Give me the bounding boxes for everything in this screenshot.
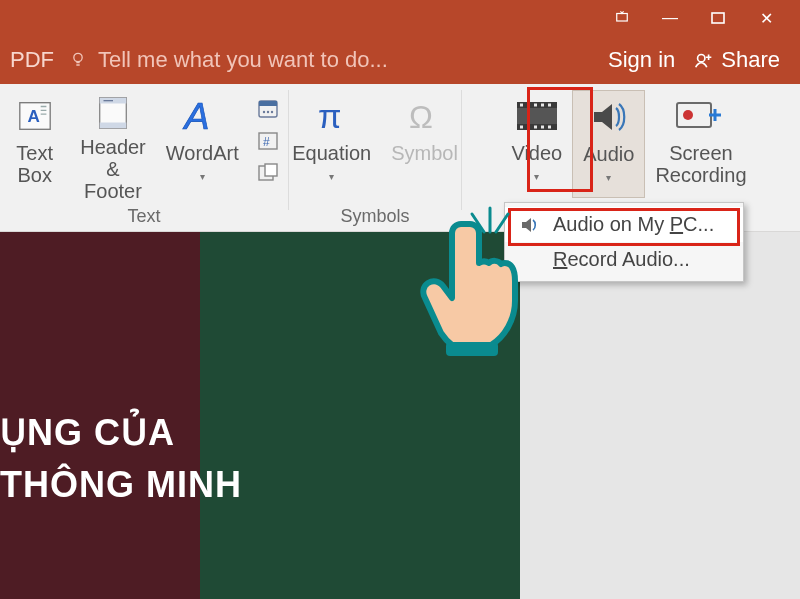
dropdown-arrow-icon: ▾: [329, 166, 334, 188]
svg-text:A: A: [27, 107, 39, 126]
header-footer-button[interactable]: Header & Footer: [70, 90, 157, 198]
menu-item-audio-on-my-pc[interactable]: Audio on My PC...: [505, 207, 743, 242]
screen-recording-button[interactable]: Screen Recording: [645, 90, 756, 198]
symbol-button: Ω Symbol: [381, 90, 468, 198]
svg-rect-29: [541, 104, 544, 107]
svg-rect-36: [677, 103, 711, 127]
svg-text:#: #: [263, 135, 270, 149]
svg-rect-27: [527, 104, 530, 107]
tell-me-placeholder: Tell me what you want to do...: [98, 47, 388, 73]
video-icon: [515, 94, 559, 138]
share-button[interactable]: Share: [693, 47, 780, 73]
equation-icon: π: [312, 94, 352, 138]
tab-pdf[interactable]: PDF: [0, 47, 68, 73]
svg-text:Ω: Ω: [409, 99, 433, 135]
group-label-text: Text: [0, 202, 288, 230]
lightbulb-icon: [68, 50, 88, 70]
svg-rect-1: [712, 13, 724, 23]
svg-rect-33: [534, 126, 537, 129]
svg-point-37: [683, 110, 693, 120]
ribbon-tabs-bar: PDF Tell me what you want to do... Sign …: [0, 36, 800, 84]
svg-rect-32: [527, 126, 530, 129]
screen-recording-icon: [675, 94, 727, 138]
wordart-label: WordArt: [166, 142, 239, 164]
screen-recording-label: Screen Recording: [655, 142, 746, 186]
slide-editor-area: ỤNG CỦA THÔNG MINH: [0, 232, 800, 599]
video-button[interactable]: Video ▾: [501, 90, 572, 198]
svg-rect-34: [541, 126, 544, 129]
svg-rect-26: [520, 104, 523, 107]
dropdown-arrow-icon: ▾: [606, 167, 611, 189]
svg-rect-35: [548, 126, 551, 129]
tell-me-search[interactable]: Tell me what you want to do...: [68, 47, 608, 73]
wordart-button[interactable]: A WordArt ▾: [156, 90, 248, 198]
minimize-button[interactable]: —: [646, 0, 694, 36]
annotation-hand-pointer-icon: [416, 214, 536, 364]
svg-rect-9: [100, 123, 127, 129]
svg-rect-28: [534, 104, 537, 107]
menu-item-label: Record Audio...: [553, 248, 690, 271]
video-label: Video: [511, 142, 562, 164]
svg-rect-41: [446, 342, 498, 356]
maximize-button[interactable]: [694, 0, 742, 36]
text-box-icon: A: [16, 94, 54, 138]
header-footer-icon: [94, 94, 132, 132]
slide-title-line1: ỤNG CỦA: [0, 407, 242, 459]
svg-rect-20: [265, 164, 277, 176]
svg-point-14: [263, 111, 265, 113]
header-footer-label: Header & Footer: [80, 136, 147, 202]
equation-label: Equation: [292, 142, 371, 164]
svg-point-3: [698, 55, 705, 62]
audio-dropdown-menu: Audio on My PC... Record Audio...: [504, 202, 744, 282]
close-button[interactable]: ✕: [742, 0, 790, 36]
sign-in-link[interactable]: Sign in: [608, 47, 675, 73]
menu-item-label: Audio on My PC...: [553, 213, 714, 236]
svg-point-16: [271, 111, 273, 113]
svg-rect-0: [617, 14, 628, 22]
share-label: Share: [721, 47, 780, 73]
ribbon-display-options-icon[interactable]: [598, 0, 646, 36]
text-box-label: Text Box: [16, 142, 53, 186]
svg-rect-31: [520, 126, 523, 129]
equation-button[interactable]: π Equation ▾: [282, 90, 381, 198]
menu-item-record-audio[interactable]: Record Audio...: [505, 242, 743, 277]
svg-text:A: A: [183, 95, 210, 137]
audio-button[interactable]: Audio ▾: [572, 90, 645, 198]
slide-title-text: ỤNG CỦA THÔNG MINH: [0, 407, 242, 511]
audio-label: Audio: [583, 143, 634, 165]
svg-text:π: π: [318, 97, 341, 135]
audio-icon: [588, 95, 630, 139]
dropdown-arrow-icon: ▾: [200, 166, 205, 188]
svg-rect-13: [259, 101, 277, 106]
wordart-icon: A: [180, 94, 224, 138]
slide-title-line2: THÔNG MINH: [0, 459, 242, 511]
text-box-button[interactable]: A Text Box: [0, 90, 70, 198]
svg-point-2: [74, 53, 82, 61]
svg-rect-30: [548, 104, 551, 107]
window-titlebar: — ✕: [0, 0, 800, 36]
ribbon-group-symbols: π Equation ▾ Ω Symbol Symbols: [289, 84, 461, 231]
symbol-label: Symbol: [391, 142, 458, 164]
symbol-icon: Ω: [404, 94, 444, 138]
dropdown-arrow-icon: ▾: [534, 166, 539, 188]
account-area: Sign in Share: [608, 47, 800, 73]
ribbon-group-text: A Text Box Header & Footer A WordArt ▾: [0, 84, 288, 231]
svg-point-15: [267, 111, 269, 113]
